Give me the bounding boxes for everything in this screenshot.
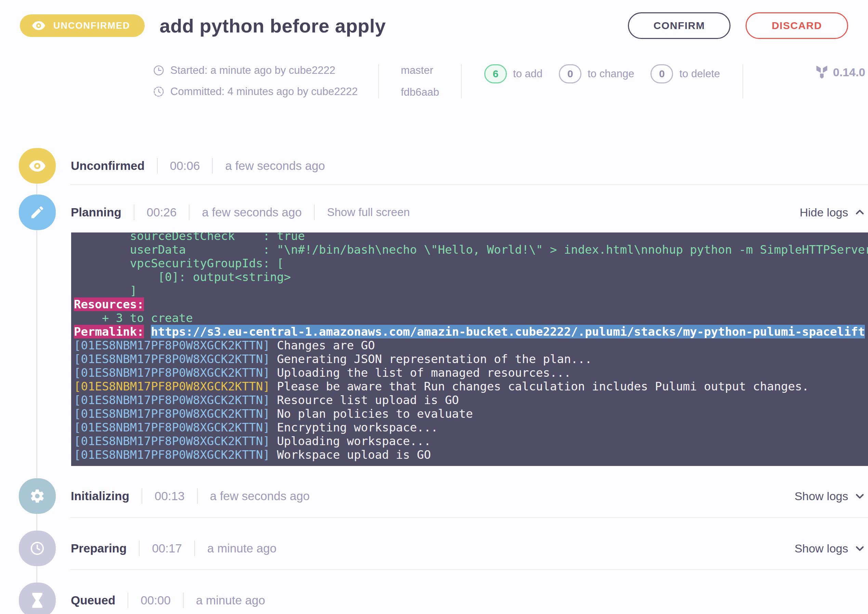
stage-timestamp: a minute ago <box>196 594 265 607</box>
run-meta: Started: a minute ago by cube2222 Commit… <box>153 64 865 98</box>
stage-timestamp: a minute ago <box>207 541 276 555</box>
chevron-up-icon <box>854 207 865 218</box>
discard-button[interactable]: DISCARD <box>745 12 848 39</box>
stage-separator <box>139 541 140 556</box>
stage-duration: 00:00 <box>141 594 171 607</box>
stage-label: Queued <box>71 594 115 607</box>
hide-logs-toggle[interactable]: Hide logs <box>800 206 865 219</box>
stage-info: Preparing 00:17 a minute ago <box>71 541 276 556</box>
clock-icon <box>30 541 45 556</box>
timeline-row-preparing: Preparing 00:17 a minute ago Show logs <box>0 530 868 566</box>
status-badge-label: UNCONFIRMED <box>53 20 130 31</box>
show-logs-toggle[interactable]: Show logs <box>795 542 865 555</box>
stage-icon-bubble <box>19 195 56 230</box>
timeline-row-unconfirmed: Unconfirmed 00:06 a few seconds ago <box>0 148 868 184</box>
stage-timestamp: a few seconds ago <box>225 159 325 173</box>
stage-separator <box>189 205 189 220</box>
stage-info: Planning 00:26 a few seconds ago Show fu… <box>71 205 410 220</box>
stage-duration: 00:13 <box>155 489 185 503</box>
changes-to-delete: 0 to delete <box>651 64 720 84</box>
stage-info: Initializing 00:13 a few seconds ago <box>71 488 310 504</box>
stopwatch-icon <box>153 86 164 97</box>
meta-times: Started: a minute ago by cube2222 Commit… <box>153 64 378 98</box>
chevron-down-icon <box>854 491 865 502</box>
meta-committed-text: Committed: 4 minutes ago by cube2222 <box>170 85 358 98</box>
run-timeline: Unconfirmed 00:06 a few seconds ago Plan… <box>0 148 868 614</box>
meta-committed: Committed: 4 minutes ago by cube2222 <box>153 85 358 98</box>
branch-name: master <box>401 64 439 77</box>
add-count-badge: 6 <box>484 64 507 84</box>
row-divider <box>70 517 868 518</box>
change-summary: 6 to add 0 to change 0 to delete <box>462 64 742 98</box>
stage-label: Initializing <box>71 489 129 503</box>
hourglass-icon <box>30 593 44 608</box>
eye-icon <box>32 21 45 30</box>
timeline-row-initializing: Initializing 00:13 a few seconds ago Sho… <box>0 478 868 514</box>
show-full-screen-link[interactable]: Show full screen <box>327 206 410 219</box>
stage-timestamp: a few seconds ago <box>202 205 302 219</box>
stage-info: Queued 00:00 a minute ago <box>71 592 265 608</box>
chevron-down-icon <box>854 543 865 554</box>
changes-to-change: 0 to change <box>559 64 634 84</box>
eye-icon <box>29 160 45 172</box>
pencil-icon <box>30 205 45 220</box>
stage-separator <box>141 488 142 504</box>
changes-to-add: 6 to add <box>484 64 542 84</box>
stage-info: Unconfirmed 00:06 a few seconds ago <box>71 158 325 174</box>
terraform-icon <box>816 66 828 79</box>
confirm-button[interactable]: CONFIRM <box>628 12 730 39</box>
stage-separator <box>157 158 158 174</box>
change-count-label: to change <box>588 68 634 80</box>
commit-hash: fdb6aab <box>401 86 439 98</box>
meta-branch-commit: master fdb6aab <box>379 64 461 98</box>
stage-label: Preparing <box>71 541 127 555</box>
meta-started: Started: a minute ago by cube2222 <box>153 64 358 77</box>
stage-icon-bubble <box>19 148 56 184</box>
stage-icon-bubble <box>19 478 56 514</box>
stage-duration: 00:06 <box>170 159 200 173</box>
stage-timestamp: a few seconds ago <box>210 489 310 503</box>
show-logs-toggle[interactable]: Show logs <box>795 490 865 503</box>
version-number: 0.14.0 <box>833 66 865 79</box>
terminal-log-panel[interactable]: sourceDestCheck : true userData : "\n#!/… <box>71 233 868 466</box>
timeline-row-planning: Planning 00:26 a few seconds ago Show fu… <box>0 195 868 230</box>
stage-duration: 00:17 <box>152 541 182 555</box>
clock-icon <box>153 65 164 76</box>
stage-label: Unconfirmed <box>71 159 144 173</box>
hide-logs-label: Hide logs <box>800 206 848 219</box>
timeline-row-queued: Queued 00:00 a minute ago <box>0 583 868 614</box>
page-title: add python before apply <box>160 15 386 37</box>
row-divider <box>70 569 868 570</box>
show-logs-label: Show logs <box>795 542 848 555</box>
stage-separator <box>183 592 184 608</box>
run-detail-page: UNCONFIRMED add python before apply CONF… <box>0 0 868 614</box>
tool-version: 0.14.0 <box>743 64 865 98</box>
status-badge: UNCONFIRMED <box>20 14 144 37</box>
stage-separator <box>194 541 195 556</box>
show-logs-label: Show logs <box>795 490 848 503</box>
terminal-log: sourceDestCheck : true userData : "\n#!/… <box>74 233 868 462</box>
stage-separator <box>212 158 213 174</box>
stage-separator <box>314 205 315 220</box>
row-divider <box>70 184 868 185</box>
stage-separator <box>127 592 128 608</box>
stage-duration: 00:26 <box>147 205 177 219</box>
add-count-label: to add <box>513 68 542 80</box>
change-count-badge: 0 <box>559 64 581 84</box>
stage-separator <box>197 488 198 504</box>
delete-count-label: to delete <box>679 68 720 80</box>
stage-icon-bubble <box>19 583 56 614</box>
stage-icon-bubble <box>19 530 56 566</box>
meta-started-text: Started: a minute ago by cube2222 <box>170 64 335 77</box>
stage-label: Planning <box>71 205 121 219</box>
delete-count-badge: 0 <box>651 64 673 84</box>
header: UNCONFIRMED add python before apply CONF… <box>0 0 868 39</box>
gear-icon <box>30 488 45 504</box>
stage-separator <box>134 205 134 220</box>
